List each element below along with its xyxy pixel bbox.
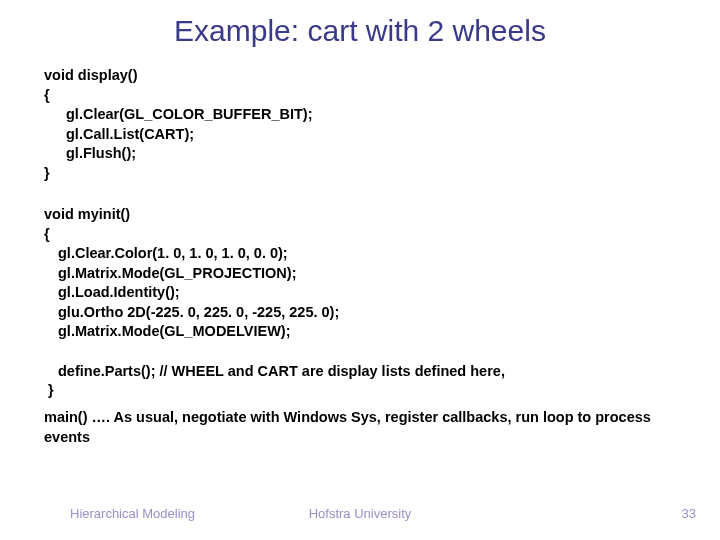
code-line: void display() xyxy=(44,67,137,83)
code-main-note: main() …. As usual, negotiate with Windo… xyxy=(44,408,690,447)
code-line: define.Parts(); // WHEEL and CART are di… xyxy=(44,362,505,382)
code-line: { xyxy=(44,87,50,103)
code-line: void myinit() xyxy=(44,206,130,222)
code-line: gl.Call.List(CART); xyxy=(44,125,194,145)
code-line: gl.Clear(GL_COLOR_BUFFER_BIT); xyxy=(44,105,313,125)
footer-center: Hofstra University xyxy=(0,506,720,521)
code-display-fn: void display() { gl.Clear(GL_COLOR_BUFFE… xyxy=(44,66,313,183)
code-line: gl.Clear.Color(1. 0, 1. 0, 1. 0, 0. 0); xyxy=(44,244,288,264)
code-line: { xyxy=(44,226,50,242)
code-line: gl.Flush(); xyxy=(44,144,136,164)
code-line: gl.Matrix.Mode(GL_PROJECTION); xyxy=(44,264,296,284)
code-line: gl.Matrix.Mode(GL_MODELVIEW); xyxy=(44,322,291,342)
code-line: glu.Ortho 2D(-225. 0, 225. 0, -225, 225.… xyxy=(44,303,339,323)
code-line: gl.Load.Identity(); xyxy=(44,283,180,303)
footer-page-number: 33 xyxy=(682,506,696,521)
slide: Example: cart with 2 wheels void display… xyxy=(0,0,720,540)
footer: Hierarchical Modeling Hofstra University… xyxy=(0,506,720,526)
slide-title: Example: cart with 2 wheels xyxy=(0,14,720,48)
code-line: } xyxy=(48,382,54,398)
code-line: } xyxy=(44,165,50,181)
code-myinit-fn: void myinit() { gl.Clear.Color(1. 0, 1. … xyxy=(44,205,505,401)
